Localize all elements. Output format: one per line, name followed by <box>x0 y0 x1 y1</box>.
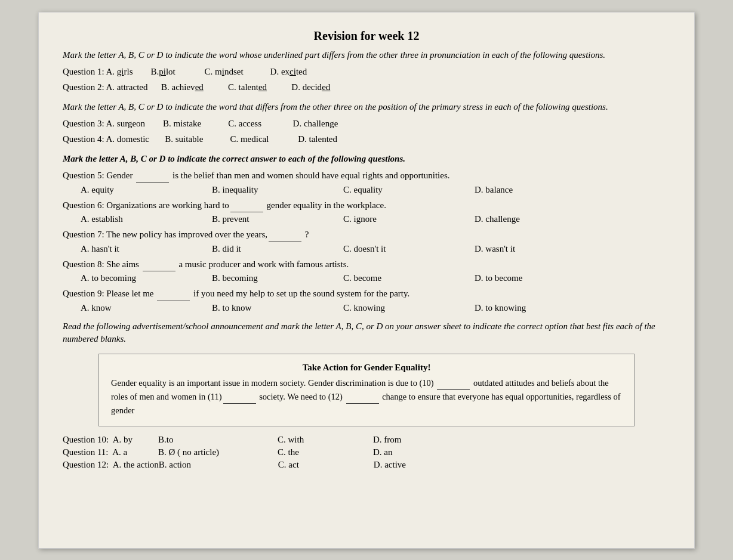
q11-d: D. an <box>373 447 393 457</box>
q5-answers: A. equity B. inequality C. equality D. b… <box>81 185 670 195</box>
q11-b: B. Ø ( no article) <box>158 447 278 457</box>
question-8-line: Question 8: She aims a music producer an… <box>63 258 670 272</box>
q4-d: D. talented <box>298 134 337 144</box>
q3-d: D. challenge <box>293 119 338 128</box>
q3-label: Question 3: A. surgeon <box>63 119 145 128</box>
question-10-row: Question 10: A. by B.to C. with D. from <box>63 435 670 445</box>
q10-d: D. from <box>373 435 402 445</box>
q10-b: B.to <box>158 435 278 445</box>
q6-b: B. prevent <box>212 214 343 224</box>
q7-d: D. wasn't it <box>475 244 606 254</box>
question-2-line: Question 2: A. attracted B. achieved C. … <box>63 81 670 94</box>
question-12-row: Question 12: A. the action B. action C. … <box>63 460 670 470</box>
q1-b: B.pilot <box>151 67 175 76</box>
q3-c: C. access <box>228 119 261 128</box>
q9-b: B. to know <box>212 303 343 313</box>
q9-d: D. to knowing <box>475 303 606 313</box>
q6-a: A. establish <box>81 214 212 224</box>
q8-a: A. to becoming <box>81 273 212 283</box>
q8-answers: A. to becoming B. becoming C. become D. … <box>81 273 670 283</box>
q11-c: C. the <box>278 447 373 457</box>
section2-instruction: Mark the letter A, B, C or D to indicate… <box>63 101 670 113</box>
q10-c: C. with <box>278 435 373 445</box>
q7-c: C. doesn't it <box>343 244 475 254</box>
q1-label: Question 1: A. girls <box>63 67 133 76</box>
q1-a-text: gi <box>117 67 124 76</box>
read-instruction: Read the following advertisement/school … <box>63 320 670 345</box>
q8-d: D. to become <box>475 273 606 283</box>
q12-label: Question 12: A. the action <box>63 460 159 470</box>
page: Revision for week 12 Mark the letter A, … <box>38 12 695 549</box>
question-1-line: Question 1: A. girls B.pilot C. mindset … <box>63 65 670 79</box>
q4-c: C. medical <box>230 134 269 144</box>
q7-a: A. hasn't it <box>81 244 212 254</box>
passage-box: Take Action for Gender Equality! Gender … <box>98 354 635 426</box>
q5-c: C. equality <box>343 185 475 195</box>
q6-answers: A. establish B. prevent C. ignore D. cha… <box>81 214 670 224</box>
question-7-line: Question 7: The new policy has improved … <box>63 228 670 242</box>
section1-instruction: Mark the letter A, B, C or D to indicate… <box>63 49 670 61</box>
q9-c: C. knowing <box>343 303 475 313</box>
section-1: Mark the letter A, B, C or D to indicate… <box>63 49 670 94</box>
q6-c: C. ignore <box>343 214 475 224</box>
q2-label: Question 2: A. attracted <box>63 82 147 92</box>
q1-d: D. excited <box>270 67 307 76</box>
section-4: Question 10: A. by B.to C. with D. from … <box>63 435 670 470</box>
q5-blank <box>136 169 169 183</box>
question-6-line: Question 6: Organizations are working ha… <box>63 199 670 213</box>
box-title: Take Action for Gender Equality! <box>111 363 622 373</box>
section-3: Mark the letter A, B, C or D to indicate… <box>63 153 670 313</box>
q9-a: A. know <box>81 303 212 313</box>
q2-c: C. talented <box>228 82 267 92</box>
q12-b: B. action <box>159 460 278 470</box>
q2-b: B. achieved <box>161 82 204 92</box>
question-9-line: Question 9: Please let me if you need my… <box>63 287 670 301</box>
section-2: Mark the letter A, B, C or D to indicate… <box>63 101 670 146</box>
q7-blank <box>269 228 301 242</box>
question-11-row: Question 11: A. a B. Ø ( no article) C. … <box>63 447 670 457</box>
q10-label: Question 10: A. by <box>63 435 158 445</box>
q2-d: D. decided <box>291 82 330 92</box>
q8-b: B. becoming <box>212 273 343 283</box>
question-4-line: Question 4: A. domestic B. suitable C. m… <box>63 132 670 146</box>
q5-d: D. balance <box>475 185 606 195</box>
page-title: Revision for week 12 <box>63 29 670 43</box>
q11-label: Question 11: A. a <box>63 447 158 457</box>
q7-answers: A. hasn't it B. did it C. doesn't it D. … <box>81 244 670 254</box>
q3-b: B. mistake <box>163 119 201 128</box>
q6-blank <box>230 199 263 213</box>
q4-b: B. suitable <box>165 134 203 144</box>
box-text: Gender equality is an important issue in… <box>111 376 622 417</box>
q1-c: C. mindset <box>205 67 244 76</box>
q5-b: B. inequality <box>212 185 343 195</box>
q8-c: C. become <box>343 273 475 283</box>
q6-d: D. challenge <box>475 214 606 224</box>
q9-blank <box>157 287 190 301</box>
question-5-line: Question 5: Gender is the belief than me… <box>63 169 670 183</box>
q9-answers: A. know B. to know C. knowing D. to know… <box>81 303 670 313</box>
q12-d: D. active <box>374 460 406 470</box>
q8-blank <box>143 258 175 272</box>
q12-c: C. act <box>278 460 374 470</box>
q7-b: B. did it <box>212 244 343 254</box>
q5-a: A. equity <box>81 185 212 195</box>
question-3-line: Question 3: A. surgeon B. mistake C. acc… <box>63 117 670 131</box>
section3-instruction: Mark the letter A, B, C or D to indicate… <box>63 153 670 165</box>
q4-label: Question 4: A. domestic <box>63 134 149 144</box>
